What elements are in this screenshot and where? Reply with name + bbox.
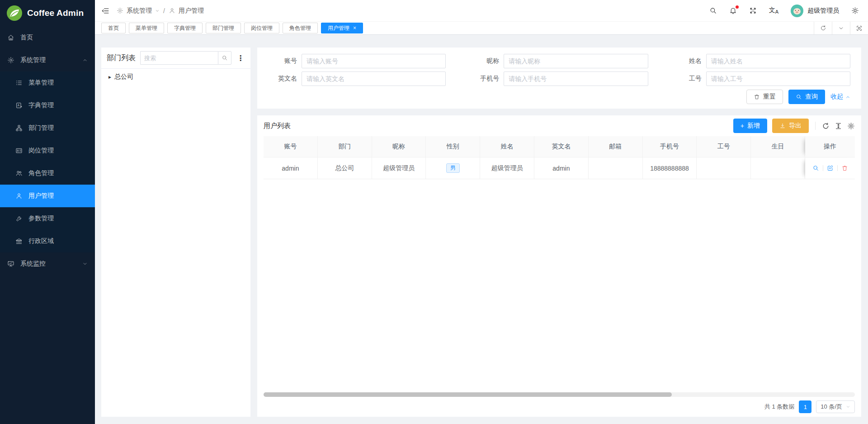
breadcrumb-page-label: 用户管理 bbox=[179, 7, 204, 15]
tab-refresh-button[interactable] bbox=[814, 22, 832, 34]
edit-row-button[interactable] bbox=[827, 165, 834, 172]
form-actions: 重置 查询 收起 bbox=[268, 90, 850, 104]
tab-home[interactable]: 首页 bbox=[101, 23, 126, 33]
sidebar-item-admin-region[interactable]: 行政区域 bbox=[0, 230, 95, 252]
fullscreen-icon bbox=[749, 7, 757, 14]
add-user-button[interactable]: + 新增 bbox=[733, 119, 767, 133]
field-label: 英文名 bbox=[268, 75, 297, 83]
table-refresh-button[interactable] bbox=[822, 122, 830, 130]
name-input[interactable] bbox=[706, 54, 850, 68]
department-panel-header: 部门列表 ⋮ bbox=[101, 48, 250, 68]
gear-icon bbox=[847, 122, 855, 130]
search-icon bbox=[796, 94, 802, 100]
sidebar-item-home[interactable]: 首页 bbox=[0, 26, 95, 49]
user-icon bbox=[169, 7, 175, 14]
translate-icon: 文A bbox=[769, 6, 778, 14]
account-input[interactable] bbox=[302, 54, 446, 68]
pagination-total: 共 1 条数据 bbox=[764, 403, 794, 411]
tree-expand-caret-icon[interactable]: ▸ bbox=[108, 74, 111, 80]
english-name-input[interactable] bbox=[302, 71, 446, 86]
breadcrumb-page: 用户管理 bbox=[169, 7, 204, 15]
column-header: 手机号 bbox=[643, 136, 697, 157]
sidebar-item-label: 行政区域 bbox=[28, 237, 54, 245]
phone-input[interactable] bbox=[504, 71, 648, 86]
collapse-link[interactable]: 收起 bbox=[830, 93, 850, 101]
gear-icon bbox=[7, 57, 14, 64]
content-area: 部门列表 ⋮ ▸ 总公司 bbox=[95, 35, 868, 424]
sidebar-item-user-mgmt[interactable]: 用户管理 bbox=[0, 185, 95, 207]
user-menu[interactable]: 超级管理员 bbox=[791, 5, 839, 17]
nickname-input[interactable] bbox=[504, 54, 648, 68]
notifications-button[interactable] bbox=[729, 7, 737, 14]
form-grid: 账号 昵称 姓名 英文名 bbox=[268, 54, 850, 86]
topbar-actions: 文A 超级管理员 bbox=[709, 5, 859, 17]
app-logo[interactable]: Coffee Admin bbox=[0, 0, 95, 26]
breadcrumb-section[interactable]: 系统管理 bbox=[117, 7, 160, 15]
column-header: 工号 bbox=[697, 136, 751, 157]
cell-email bbox=[589, 157, 643, 179]
gender-tag: 男 bbox=[446, 163, 460, 173]
tab-post-mgmt[interactable]: 岗位管理 bbox=[244, 23, 279, 33]
page-size-select[interactable]: 10 条/页 bbox=[816, 400, 855, 413]
cell-birthday bbox=[751, 157, 805, 179]
sidebar-item-post-mgmt[interactable]: 岗位管理 bbox=[0, 139, 95, 162]
menu-fold-icon bbox=[101, 7, 109, 15]
department-search-input[interactable] bbox=[140, 51, 218, 65]
department-search-button[interactable] bbox=[218, 51, 231, 65]
export-button[interactable]: 导出 bbox=[772, 119, 809, 133]
reset-button[interactable]: 重置 bbox=[746, 90, 783, 104]
cell-account: admin bbox=[264, 157, 318, 179]
sidebar-item-label: 角色管理 bbox=[28, 169, 54, 177]
list-icon bbox=[15, 79, 23, 86]
column-header: 邮箱 bbox=[589, 136, 643, 157]
home-icon bbox=[7, 34, 14, 41]
column-settings-button[interactable] bbox=[847, 122, 855, 130]
chevron-down-icon bbox=[155, 9, 160, 13]
horizontal-scrollbar-thumb[interactable] bbox=[264, 392, 672, 397]
tab-role-mgmt[interactable]: 角色管理 bbox=[283, 23, 318, 33]
tree-node-root-company[interactable]: ▸ 总公司 bbox=[101, 69, 250, 81]
tab-user-mgmt[interactable]: 用户管理 × bbox=[321, 23, 363, 33]
main-column: 系统管理 / 用户管理 bbox=[95, 0, 868, 424]
tab-maximize-button[interactable] bbox=[850, 22, 868, 34]
query-button[interactable]: 查询 bbox=[788, 90, 825, 104]
tab-close-icon[interactable]: × bbox=[353, 25, 356, 31]
refresh-icon bbox=[822, 122, 830, 130]
column-header: 姓名 bbox=[480, 136, 534, 157]
user-list-card: 用户列表 + 新增 导出 bbox=[257, 115, 861, 417]
sidebar-item-system-monitor[interactable]: 系统监控 bbox=[0, 252, 95, 275]
delete-row-button[interactable] bbox=[841, 165, 848, 172]
chevron-down-icon bbox=[838, 25, 844, 31]
tab-dept-mgmt[interactable]: 部门管理 bbox=[206, 23, 241, 33]
sidebar-item-role-mgmt[interactable]: 角色管理 bbox=[0, 162, 95, 185]
sidebar-item-param-mgmt[interactable]: 参数管理 bbox=[0, 207, 95, 230]
tab-options-button[interactable] bbox=[832, 22, 850, 34]
global-search-button[interactable] bbox=[709, 7, 717, 14]
column-header-actions: 操作 bbox=[805, 136, 855, 157]
sidebar-item-label: 系统监控 bbox=[20, 260, 46, 268]
sidebar-item-dept-mgmt[interactable]: 部门管理 bbox=[0, 117, 95, 139]
sidebar-item-label: 系统管理 bbox=[20, 56, 46, 64]
sidebar-item-system-mgmt[interactable]: 系统管理 bbox=[0, 49, 95, 71]
field-label: 工号 bbox=[673, 75, 702, 83]
column-header: 账号 bbox=[264, 136, 318, 157]
sidebar-item-dict-mgmt[interactable]: 字典管理 bbox=[0, 94, 95, 117]
tab-dict-mgmt[interactable]: 字典管理 bbox=[167, 23, 203, 33]
fullscreen-button[interactable] bbox=[749, 7, 757, 14]
settings-button[interactable] bbox=[851, 7, 859, 14]
sidebar-item-menu-mgmt[interactable]: 菜单管理 bbox=[0, 71, 95, 94]
language-switch-button[interactable]: 文A bbox=[769, 7, 778, 14]
row-density-button[interactable] bbox=[835, 122, 842, 130]
sidebar: Coffee Admin 首页 系统管理 菜单管理 字典管理 部门管理 bbox=[0, 0, 95, 424]
refresh-icon bbox=[820, 25, 826, 31]
sidebar-item-label: 参数管理 bbox=[28, 214, 54, 223]
tab-controls bbox=[814, 22, 868, 34]
work-no-input[interactable] bbox=[706, 71, 850, 86]
department-more-button[interactable]: ⋮ bbox=[236, 54, 245, 62]
view-row-button[interactable] bbox=[812, 165, 819, 172]
tab-menu-mgmt[interactable]: 菜单管理 bbox=[129, 23, 164, 33]
breadcrumb: 系统管理 / 用户管理 bbox=[117, 7, 204, 15]
sidebar-fold-button[interactable] bbox=[101, 7, 109, 15]
column-header: 昵称 bbox=[372, 136, 426, 157]
page-1-button[interactable]: 1 bbox=[799, 400, 811, 413]
